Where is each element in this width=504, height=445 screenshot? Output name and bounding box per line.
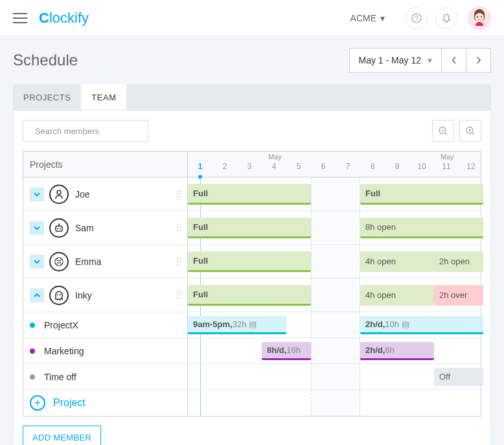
add-project-label: Project bbox=[53, 397, 86, 409]
member-timeline[interactable]: Full8h open bbox=[188, 211, 481, 244]
member-row: InkyFull4h open2h over bbox=[23, 279, 481, 312]
svg-point-16 bbox=[57, 294, 58, 295]
search-input-box[interactable] bbox=[23, 120, 148, 142]
search-input[interactable] bbox=[35, 126, 144, 136]
member-name: Emma bbox=[75, 257, 101, 267]
help-icon[interactable]: ? bbox=[406, 7, 428, 29]
prev-button[interactable] bbox=[441, 49, 466, 72]
add-member-button[interactable]: ADD MEMBER bbox=[23, 426, 101, 445]
project-label: ProjectX bbox=[44, 320, 78, 330]
svg-point-15 bbox=[58, 260, 61, 263]
day-header: 8 bbox=[360, 162, 385, 177]
project-label: Time off bbox=[44, 372, 76, 382]
project-timeline[interactable]: 9am-5pm, 32h▤2h/d, 10h▤ bbox=[188, 312, 481, 337]
drag-handle[interactable] bbox=[173, 293, 182, 297]
schedule-bar[interactable]: Full bbox=[188, 184, 311, 205]
tab-team[interactable]: TEAM bbox=[81, 84, 126, 110]
schedule-bar[interactable]: 2h over bbox=[434, 285, 483, 306]
collapse-button[interactable] bbox=[30, 288, 44, 302]
project-subrow: Marketing8h/d, 16h2h/d, 6h bbox=[23, 338, 481, 364]
member-row: SamFull8h open bbox=[23, 211, 481, 245]
menu-icon[interactable] bbox=[13, 13, 27, 23]
drag-handle[interactable] bbox=[173, 260, 182, 263]
expand-button[interactable] bbox=[30, 255, 44, 269]
drag-handle[interactable] bbox=[173, 226, 182, 229]
page-title: Schedule bbox=[13, 51, 349, 69]
plus-icon: + bbox=[30, 395, 45, 411]
svg-point-17 bbox=[60, 294, 61, 295]
day-header: 3 bbox=[237, 162, 262, 177]
svg-point-13 bbox=[58, 223, 60, 225]
avatar[interactable] bbox=[468, 6, 491, 30]
day-header: 7 bbox=[336, 162, 360, 177]
member-timeline[interactable]: Full4h open2h over bbox=[188, 279, 481, 312]
day-header: 9 bbox=[385, 162, 409, 177]
svg-point-9 bbox=[57, 190, 61, 194]
expand-button[interactable] bbox=[30, 187, 44, 201]
schedule-bar[interactable]: 4h open bbox=[360, 251, 434, 272]
project-subrow: ProjectX9am-5pm, 32h▤2h/d, 10h▤ bbox=[23, 312, 481, 338]
timeline-header: MayMay123456789101112 bbox=[188, 152, 483, 177]
day-header: 6 bbox=[311, 162, 336, 177]
robot-icon bbox=[49, 218, 69, 238]
member-name: Inky bbox=[75, 290, 92, 301]
schedule-bar[interactable]: 8h open bbox=[360, 218, 483, 238]
svg-text:?: ? bbox=[415, 15, 418, 22]
project-color-dot bbox=[30, 323, 35, 328]
ghost-icon bbox=[49, 286, 69, 305]
chevron-down-icon: ▾ bbox=[380, 13, 385, 23]
day-header: 12 bbox=[459, 162, 483, 177]
day-header: 10 bbox=[409, 162, 434, 177]
svg-point-11 bbox=[57, 228, 58, 229]
schedule-bar[interactable]: Full bbox=[188, 285, 311, 306]
date-range-picker[interactable]: May 1 - May 12 ▾ bbox=[349, 48, 491, 73]
drag-handle[interactable] bbox=[173, 192, 182, 196]
member-row: EmmaFull4h open2h open bbox=[23, 245, 481, 279]
note-icon: ▤ bbox=[249, 319, 257, 329]
project-timeline[interactable]: 8h/d, 16h2h/d, 6h bbox=[188, 338, 481, 363]
project-color-dot bbox=[30, 374, 35, 380]
grid-header-left: Projects bbox=[23, 152, 188, 177]
bell-icon[interactable] bbox=[435, 7, 457, 29]
next-button[interactable] bbox=[466, 49, 490, 72]
project-timeline[interactable]: Off bbox=[188, 364, 481, 389]
date-range-label: May 1 - May 12 bbox=[359, 55, 421, 65]
workspace-picker[interactable]: ACME ▾ bbox=[350, 13, 385, 23]
person-icon bbox=[49, 185, 69, 204]
svg-point-4 bbox=[477, 16, 478, 17]
svg-point-12 bbox=[60, 228, 61, 229]
schedule-bar[interactable]: 2h/d, 10h▤ bbox=[360, 316, 483, 334]
member-timeline[interactable]: FullFull bbox=[188, 177, 481, 211]
project-subrow: Time offOff bbox=[23, 364, 481, 390]
chevron-down-icon: ▾ bbox=[428, 55, 432, 65]
workspace-name: ACME bbox=[350, 13, 376, 23]
support-icon bbox=[49, 252, 69, 271]
member-row: JoeFullFull bbox=[23, 177, 481, 211]
svg-point-5 bbox=[481, 16, 482, 17]
schedule-bar[interactable]: 2h/d, 6h bbox=[360, 342, 434, 360]
schedule-bar[interactable]: 8h/d, 16h bbox=[262, 342, 311, 360]
svg-rect-10 bbox=[56, 226, 62, 231]
schedule-bar[interactable]: Full bbox=[360, 184, 483, 205]
zoom-out-button[interactable] bbox=[432, 120, 454, 142]
schedule-bar[interactable]: 2h open bbox=[434, 251, 483, 272]
note-icon: ▤ bbox=[402, 319, 409, 329]
add-project-row: +Project bbox=[23, 390, 481, 416]
day-header: 5 bbox=[286, 162, 311, 177]
logo: Clockify bbox=[39, 10, 89, 27]
schedule-bar[interactable]: 9am-5pm, 32h▤ bbox=[188, 316, 286, 334]
svg-point-3 bbox=[475, 13, 484, 22]
tab-projects[interactable]: PROJECTS bbox=[13, 84, 81, 110]
schedule-bar[interactable]: Full bbox=[188, 218, 311, 238]
schedule-bar[interactable]: Full bbox=[188, 251, 311, 272]
member-name: Joe bbox=[75, 189, 90, 200]
member-name: Sam bbox=[75, 223, 94, 233]
member-timeline[interactable]: Full4h open2h open bbox=[188, 245, 481, 278]
add-project-button[interactable]: +Project bbox=[30, 395, 86, 411]
day-header: 4 bbox=[262, 162, 286, 177]
schedule-bar[interactable]: Off bbox=[434, 368, 483, 386]
expand-button[interactable] bbox=[30, 221, 44, 235]
schedule-bar[interactable]: 4h open bbox=[360, 285, 434, 306]
zoom-in-button[interactable] bbox=[459, 120, 481, 142]
day-header: 2 bbox=[212, 162, 237, 177]
